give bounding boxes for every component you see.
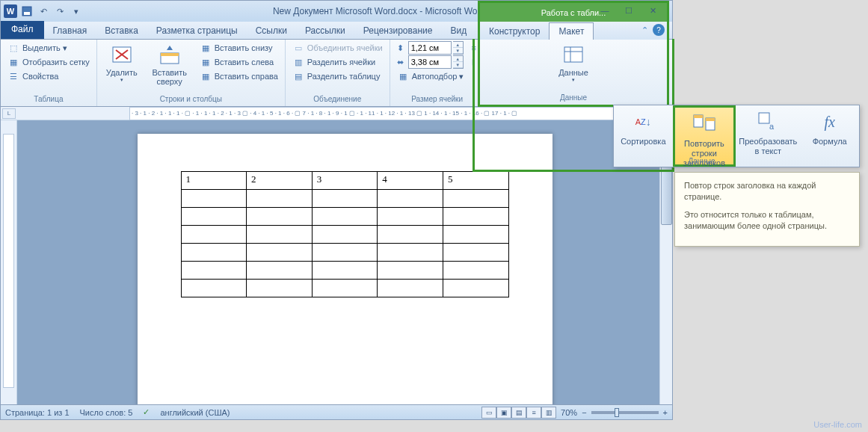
delete-button[interactable]: Удалить▾ — [102, 41, 142, 84]
table-row[interactable] — [181, 190, 508, 208]
table-row[interactable] — [181, 244, 508, 262]
minimize-button[interactable]: — — [593, 4, 617, 17]
table-cell[interactable] — [247, 208, 313, 226]
table-cell[interactable] — [378, 226, 443, 244]
tab-layout[interactable]: Макет — [549, 22, 594, 40]
save-icon[interactable] — [20, 4, 34, 18]
table-cell[interactable] — [312, 262, 378, 280]
table-row[interactable] — [181, 226, 508, 244]
status-words[interactable]: Число слов: 5 — [80, 408, 133, 417]
vertical-ruler[interactable] — [1, 120, 17, 404]
table-cell[interactable] — [443, 280, 508, 297]
table-cell[interactable] — [443, 190, 508, 208]
outline-view[interactable]: ≡ — [526, 407, 541, 419]
fullscreen-view[interactable]: ▣ — [496, 407, 511, 419]
zoom-slider[interactable] — [591, 411, 659, 414]
maximize-button[interactable]: ☐ — [617, 4, 641, 17]
tab-design[interactable]: Конструктор — [480, 23, 549, 40]
column-width-input[interactable]: 3,38 см — [408, 55, 452, 69]
tab-insert[interactable]: Вставка — [96, 22, 147, 39]
table-cell[interactable] — [181, 244, 247, 262]
minimize-ribbon-icon[interactable]: ⌃ — [641, 25, 648, 35]
ruler-corner-icon[interactable]: L — [2, 108, 16, 119]
table-cell[interactable] — [378, 190, 443, 208]
table-cell[interactable] — [181, 262, 247, 280]
zoom-level[interactable]: 70% — [561, 408, 577, 417]
tab-references[interactable]: Ссылки — [247, 22, 296, 39]
ruler-scale[interactable]: · 3 · 1 · 2 · 1 · 1 · 1 · ▢ · 1 · 1 · 1 … — [129, 107, 657, 120]
insert-below-button[interactable]: ▦Вставить снизу — [197, 41, 280, 55]
table-cell[interactable]: 4 — [378, 172, 443, 190]
table-cell[interactable] — [247, 280, 313, 297]
qat-dropdown-icon[interactable]: ▾ — [70, 4, 83, 18]
tab-page-layout[interactable]: Разметка страницы — [147, 22, 247, 39]
autofit-button[interactable]: ▦Автоподбор ▾ — [395, 70, 480, 83]
undo-icon[interactable]: ↶ — [37, 4, 50, 18]
tab-file[interactable]: Файл — [1, 21, 44, 39]
status-language[interactable]: английский (США) — [160, 408, 230, 417]
zoom-in-button[interactable]: + — [663, 408, 668, 417]
status-proofing-icon[interactable]: ✓ — [143, 407, 150, 417]
tab-view[interactable]: Вид — [441, 22, 475, 39]
table-cell[interactable]: 1 — [181, 172, 247, 190]
table-cell[interactable] — [247, 262, 313, 280]
draft-view[interactable]: ▥ — [541, 407, 556, 419]
print-layout-view[interactable]: ▭ — [481, 407, 496, 419]
help-icon[interactable]: ? — [653, 24, 665, 36]
table-cell[interactable] — [378, 262, 443, 280]
table-cell[interactable] — [378, 280, 443, 297]
table-row[interactable] — [181, 280, 508, 297]
insert-left-button[interactable]: ▦Вставить слева — [197, 55, 280, 69]
convert-to-text-button[interactable]: a Преобразовать в текст — [736, 105, 800, 167]
width-spinner[interactable]: ▲▼ — [453, 55, 464, 69]
close-button[interactable]: ✕ — [641, 4, 665, 17]
table-cell[interactable]: 5 — [443, 172, 508, 190]
formula-button[interactable]: fx Формула — [800, 105, 859, 167]
split-table-button[interactable]: ▤Разделить таблицу — [290, 70, 385, 83]
data-button[interactable]: Данные▾ — [554, 41, 593, 84]
table-cell[interactable] — [378, 208, 443, 226]
table-cell[interactable]: 3 — [312, 172, 378, 190]
table-row[interactable]: 12345 — [181, 172, 508, 190]
table-cell[interactable] — [443, 208, 508, 226]
contextual-ribbon-part: Данные▾ Данные — [478, 40, 669, 107]
table-cell[interactable] — [181, 280, 247, 297]
insert-above-button[interactable]: Вставить сверху — [145, 41, 194, 87]
sort-button[interactable]: AZ↓ Сортировка — [614, 105, 673, 167]
table-cell[interactable] — [443, 262, 508, 280]
table-row[interactable] — [181, 208, 508, 226]
table-cell[interactable] — [312, 280, 378, 297]
status-page[interactable]: Страница: 1 из 1 — [5, 408, 70, 417]
table-cell[interactable] — [247, 226, 313, 244]
split-cells-button[interactable]: ▥Разделить ячейки — [290, 55, 385, 69]
tab-mailings[interactable]: Рассылки — [296, 22, 354, 39]
table-cell[interactable] — [247, 190, 313, 208]
height-spinner[interactable]: ▲▼ — [453, 41, 464, 55]
view-gridlines-button[interactable]: ▦Отобразить сетку — [5, 55, 92, 69]
table-cell[interactable] — [181, 190, 247, 208]
table-cell[interactable]: 2 — [247, 172, 313, 190]
table-cell[interactable] — [181, 208, 247, 226]
table-cell[interactable] — [312, 208, 378, 226]
redo-icon[interactable]: ↷ — [53, 4, 67, 18]
table-cell[interactable] — [312, 244, 378, 262]
table-cell[interactable] — [443, 244, 508, 262]
table-row[interactable] — [181, 262, 508, 280]
tab-review[interactable]: Рецензирование — [354, 22, 442, 39]
row-height-input[interactable]: 1,21 см — [408, 41, 452, 55]
tab-home[interactable]: Главная — [44, 22, 96, 39]
zoom-out-button[interactable]: − — [582, 408, 586, 417]
document-page[interactable]: 12345 — [138, 134, 552, 404]
table-cell[interactable] — [312, 190, 378, 208]
table-cell[interactable] — [443, 226, 508, 244]
contextual-tab-title: Работа с табли... — ☐ ✕ — [478, 1, 669, 22]
web-view[interactable]: ▤ — [511, 407, 526, 419]
table-cell[interactable] — [247, 244, 313, 262]
properties-button[interactable]: ☰Свойства — [5, 70, 92, 83]
select-button[interactable]: ⬚Выделить ▾ — [5, 41, 92, 55]
table-cell[interactable] — [378, 244, 443, 262]
table-cell[interactable] — [312, 226, 378, 244]
insert-right-button[interactable]: ▦Вставить справа — [197, 70, 280, 83]
table-cell[interactable] — [181, 226, 247, 244]
document-table[interactable]: 12345 — [181, 171, 509, 297]
